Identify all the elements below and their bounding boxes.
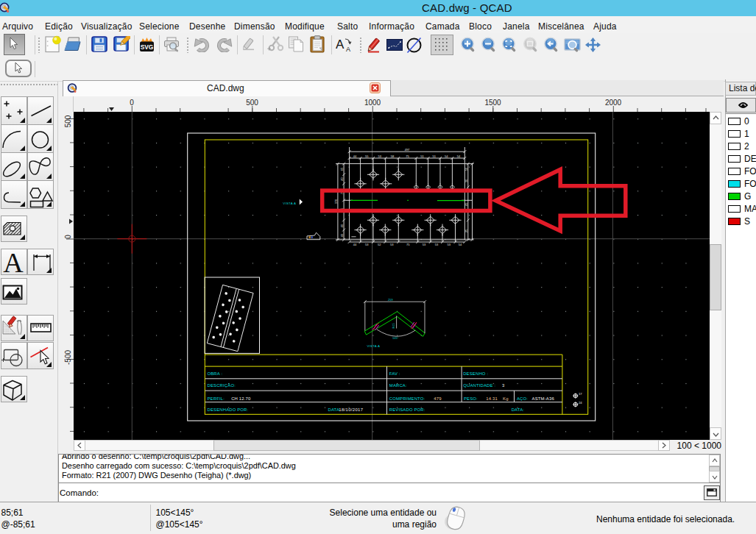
svg-text:CH 12.70: CH 12.70 [231, 396, 251, 401]
svg-text:OBRA :: OBRA : [208, 371, 223, 376]
svg-text:30: 30 [464, 179, 468, 182]
svg-text:COMPRIMENTO:: COMPRIMENTO: [389, 396, 425, 401]
svg-text:65: 65 [340, 167, 344, 171]
svg-text:44: 44 [353, 154, 357, 158]
svg-text:18/10/2017: 18/10/2017 [339, 407, 363, 412]
svg-text:2000: 2000 [605, 99, 622, 107]
svg-text:DESENHADO POR:: DESENHADO POR: [208, 407, 249, 412]
svg-text:A: A [336, 38, 345, 51]
svg-text:25: 25 [464, 229, 468, 232]
svg-text:R15: R15 [392, 322, 395, 328]
svg-text:40: 40 [340, 177, 344, 181]
svg-text:MARCA:: MARCA: [389, 383, 407, 388]
svg-text:75: 75 [406, 243, 410, 246]
svg-text:370: 370 [334, 199, 338, 204]
svg-text:54: 54 [457, 154, 461, 158]
svg-text:45: 45 [464, 202, 468, 206]
svg-text:105°: 105° [392, 336, 399, 340]
svg-text:-500: -500 [64, 350, 72, 365]
svg-text:1000: 1000 [364, 99, 381, 107]
svg-text:497: 497 [405, 148, 410, 152]
svg-text:VISTA A: VISTA A [367, 344, 380, 348]
svg-text:1500: 1500 [484, 99, 501, 107]
svg-text:24: 24 [579, 401, 582, 405]
svg-text:51: 51 [433, 154, 437, 158]
svg-text:DESCRIÇÃO:: DESCRIÇÃO: [208, 383, 236, 388]
svg-text:PESO:: PESO: [464, 396, 478, 401]
svg-text:PERFIL:: PERFIL: [208, 396, 225, 401]
svg-text:ASTM-A36: ASTM-A36 [532, 396, 555, 401]
svg-text:DATA: DATA [328, 407, 340, 412]
svg-text:Kg: Kg [503, 396, 509, 401]
svg-text:17: 17 [579, 392, 582, 396]
svg-text:53: 53 [390, 243, 394, 246]
svg-text:54: 54 [459, 243, 462, 246]
svg-text:50: 50 [464, 167, 468, 171]
svg-text:40: 40 [340, 224, 344, 227]
svg-text:A: A [3, 249, 24, 275]
svg-text:53: 53 [448, 243, 451, 246]
svg-text:DESENHO :: DESENHO : [463, 371, 488, 376]
svg-text:QUANTIDADE :: QUANTIDADE : [463, 383, 495, 388]
svg-text:53: 53 [435, 243, 439, 246]
svg-text:40: 40 [340, 233, 344, 237]
svg-text:500: 500 [64, 115, 72, 127]
svg-text:A: A [346, 46, 350, 52]
svg-text:53: 53 [365, 243, 369, 246]
svg-text:REVISADO POR:: REVISADO POR: [389, 407, 425, 412]
svg-text:0: 0 [130, 99, 134, 107]
svg-text:AÇO:: AÇO: [517, 396, 528, 401]
svg-text:75: 75 [406, 154, 409, 158]
svg-text:55: 55 [365, 154, 369, 158]
svg-text:54: 54 [445, 154, 448, 158]
svg-text:0: 0 [64, 235, 72, 239]
svg-text:53: 53 [423, 243, 426, 246]
svg-text:SVG: SVG [141, 43, 154, 51]
svg-text:FAV :: FAV : [389, 371, 400, 376]
svg-text:58: 58 [391, 154, 395, 158]
svg-text:51: 51 [420, 154, 424, 158]
svg-text:3: 3 [502, 383, 505, 388]
svg-text:14.31: 14.31 [486, 396, 498, 401]
svg-text:DATA:: DATA: [512, 407, 525, 412]
svg-text:500: 500 [246, 99, 258, 107]
svg-text:259: 259 [388, 298, 393, 302]
svg-text:53: 53 [378, 154, 381, 158]
svg-text:479: 479 [434, 396, 441, 401]
svg-text:44: 44 [353, 243, 357, 246]
svg-text:52: 52 [378, 243, 381, 246]
svg-text:VISTA A: VISTA A [283, 202, 296, 205]
